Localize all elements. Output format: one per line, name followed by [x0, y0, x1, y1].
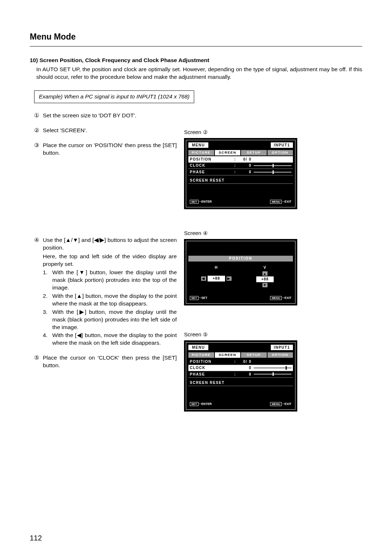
step-4: ④ Use the [▲/▼] and [◀/▶] buttons to adj…: [34, 236, 177, 347]
step-number: ③: [34, 142, 41, 157]
substep-2: 2. With the [▲] button, move the display…: [43, 292, 177, 308]
right-column: Screen ② MENU INPUT1 PICTURE SCREEN SETU…: [184, 112, 362, 418]
slider: [254, 366, 291, 370]
step-number: ①: [34, 112, 41, 119]
tab-picture: PICTURE: [188, 150, 214, 155]
pos-h: H ◀ +88 ▶: [195, 265, 238, 287]
down-arrow-icon: ▼: [262, 283, 268, 287]
step-text: Select 'SCREEN'.: [43, 127, 177, 134]
osd-row-position: POSITION : 0/ 0: [188, 156, 293, 163]
substep-3: 3. With the [▶] button, move the display…: [43, 308, 177, 331]
step-text: Place the cursor on 'POSITION' then pres…: [43, 142, 177, 157]
osd-footer: SET···SET MENU···EXIT: [188, 294, 293, 301]
osd-row-clock: CLOCK : 0: [188, 163, 293, 169]
osd-screen-2: MENU INPUT1 PICTURE SCREEN SETUP OPTION …: [184, 138, 297, 209]
screen-label-5: Screen ⑤: [184, 331, 362, 338]
step-number: ②: [34, 127, 41, 134]
intro-text: In AUTO SET UP, the position and clock a…: [36, 66, 362, 81]
step-text: Place the cursor on 'CLOCK' then press t…: [43, 354, 177, 369]
osd-input-label: INPUT1: [271, 142, 293, 148]
osd-tabs: PICTURE SCREEN SETUP OPTION: [188, 150, 293, 155]
tab-picture: PICTURE: [188, 352, 214, 358]
tab-setup: SETUP: [241, 352, 267, 358]
page-number: 112: [30, 533, 42, 543]
substep-4: 4. With the [◀] button, move the display…: [43, 332, 177, 347]
page-title: Menu Mode: [30, 31, 362, 46]
step-number: ⑤: [34, 354, 41, 369]
step-body: Use the [▲/▼] and [◀/▶] buttons to adjus…: [43, 236, 177, 347]
step4-para2: Here, the top and left side of the video…: [43, 253, 177, 268]
step-number: ④: [34, 236, 41, 347]
step-3: ③ Place the cursor on 'POSITION' then pr…: [34, 142, 177, 157]
page: Menu Mode 10) Screen Position, Clock Fre…: [0, 0, 392, 418]
osd-row-clock: CLOCK 0: [188, 365, 293, 372]
osd-position-title: POSITION: [188, 256, 293, 262]
osd-footer: SET···ENTER MENU···EXIT: [188, 198, 293, 205]
osd-row-position: POSITION : 0/ 0: [188, 358, 293, 365]
osd-menu-label: MENU: [188, 142, 208, 148]
tab-screen: SCREEN: [215, 352, 241, 358]
left-column: ① Set the screen size to 'DOT BY DOT'. ②…: [30, 112, 177, 418]
slider: [254, 164, 291, 167]
screen-label-2: Screen ②: [184, 129, 362, 136]
step-1: ① Set the screen size to 'DOT BY DOT'.: [34, 112, 177, 119]
osd-tabs: PICTURE SCREEN SETUP OPTION: [188, 352, 293, 358]
right-arrow-icon: ▶: [226, 276, 232, 281]
osd-input-label: INPUT1: [271, 345, 293, 351]
step4-para1: Use the [▲/▼] and [◀/▶] buttons to adjus…: [43, 236, 177, 252]
osd-footer: SET···ENTER MENU···EXIT: [188, 400, 293, 407]
osd-row-reset: SCREEN RESET: [188, 380, 293, 386]
left-arrow-icon: ◀: [201, 276, 206, 281]
section-heading: 10) Screen Position, Clock Frequency and…: [30, 57, 362, 64]
osd-row-phase: PHASE : 0: [188, 169, 293, 175]
screen-label-4: Screen ④: [184, 230, 362, 237]
pos-h-value: +88: [208, 276, 225, 281]
step-2: ② Select 'SCREEN'.: [34, 127, 177, 134]
osd-menu-label: MENU: [188, 345, 208, 351]
osd-row-reset: SCREEN RESET: [188, 178, 293, 184]
step-text: Set the screen size to 'DOT BY DOT'.: [43, 112, 177, 119]
substep-1: 1. With the [▼] button, lower the displa…: [43, 269, 177, 292]
tab-setup: SETUP: [241, 150, 267, 155]
example-box: Example) When a PC signal is input to IN…: [34, 90, 194, 103]
slider: [254, 372, 291, 376]
tab-option: OPTION: [268, 150, 293, 155]
up-arrow-icon: ▲: [262, 271, 268, 276]
tab-option: OPTION: [268, 352, 293, 358]
step-5: ⑤ Place the cursor on 'CLOCK' then press…: [34, 354, 177, 369]
pos-v-value: +88: [256, 276, 274, 282]
tab-screen: SCREEN: [215, 150, 241, 155]
pos-v: V ▲ +88 ▼: [243, 265, 287, 287]
osd-screen-5: MENU INPUT1 PICTURE SCREEN SETUP OPTION …: [184, 340, 297, 412]
slider: [254, 170, 291, 174]
osd-row-phase: PHASE : 0: [188, 371, 293, 378]
osd-screen-4: POSITION H ◀ +88 ▶ V: [184, 239, 297, 305]
